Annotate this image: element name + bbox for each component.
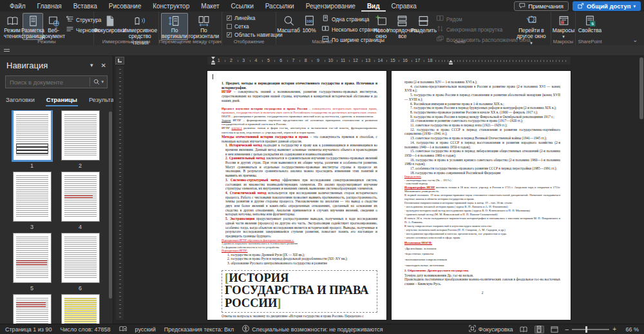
doc-paragraph: 4. Статистический метод используется при… xyxy=(225,191,377,217)
doc-paragraph: 2. Сравнительный метод заключается в сра… xyxy=(225,156,377,178)
ribbon-view-tab-content: Режим чтения Разметка страницы Веб-докум… xyxy=(0,12,644,45)
zoom-in-button[interactable]: + xyxy=(612,326,616,333)
navigation-tab[interactable]: Заголовки xyxy=(5,95,35,106)
ribbon-tab[interactable]: Главная xyxy=(32,0,68,12)
accessibility-indicator[interactable]: Специальные возможности: не поддерживают… xyxy=(242,325,383,333)
zoom-slider[interactable] xyxy=(572,329,609,330)
share-button[interactable]: Общий доступ ▾ xyxy=(573,1,641,11)
navigation-scrollbar[interactable] xyxy=(109,112,112,299)
print-layout-button[interactable]: Разметка страницы xyxy=(23,13,43,40)
focus-mode-button[interactable]: Фокусировка xyxy=(469,325,513,333)
document-scrollbar[interactable] xyxy=(639,57,643,119)
ribbon-tab[interactable]: Вставка xyxy=(68,0,103,12)
vertical-ruler[interactable] xyxy=(116,66,124,320)
thumbnail-page-number: 5 xyxy=(30,285,33,291)
page-thumbnail[interactable] xyxy=(13,172,52,222)
page-thumbnail[interactable] xyxy=(13,233,52,283)
zoom-button[interactable]: Масштаб xyxy=(278,13,299,34)
synchronous-scrolling-button: Синхронная прокрутка xyxy=(437,25,509,34)
web-layout-view-button[interactable] xyxy=(550,326,560,333)
ruler-number: 3 xyxy=(238,57,250,64)
ribbon-tab[interactable]: Макет xyxy=(195,0,225,12)
vertical-scrolling-button[interactable]: По вертикали xyxy=(161,13,188,40)
web-layout-icon xyxy=(48,14,60,27)
gridlines-checkbox[interactable]: Сетка xyxy=(227,23,283,30)
ruler-ticks xyxy=(435,60,567,62)
pane-options-chevron-icon[interactable]: ▾ xyxy=(86,62,97,68)
page-thumbnail[interactable] xyxy=(61,110,100,161)
split-button[interactable]: Разделить xyxy=(413,13,434,34)
document-page-2[interactable]: права (2-я половина XIV— 1-я половина XV… xyxy=(392,71,571,320)
macros-button[interactable]: Макросы▾ xyxy=(553,13,574,40)
comments-button[interactable]: Примечания xyxy=(514,1,569,11)
ruler-checkbox[interactable]: ✓ Линейка xyxy=(227,15,283,21)
arrange-all-icon xyxy=(396,14,408,27)
ribbon-tab[interactable]: Вид xyxy=(361,0,386,12)
page-thumbnail[interactable] xyxy=(61,233,100,283)
focus-button[interactable]: Фокусировка xyxy=(96,13,123,34)
page-thumbnail[interactable] xyxy=(13,110,52,161)
ruler-number: 2 xyxy=(225,57,237,64)
indent-marker-left[interactable] xyxy=(211,57,215,64)
doc-paragraph: 15. советское государство и право в пери… xyxy=(404,149,560,157)
doc-paragraph: 10. становление и развитие советского го… xyxy=(404,119,560,123)
collapse-ribbon-icon[interactable]: ⌄ xyxy=(632,37,638,43)
doc-paragraph: -берестяные грамоты xyxy=(404,252,560,256)
zoom-slider-thumb[interactable] xyxy=(585,326,587,333)
doc-paragraph: 7. государство и право России в период б… xyxy=(404,106,560,110)
search-input[interactable] xyxy=(6,79,90,86)
word-count[interactable]: Число слов: 47858 xyxy=(60,326,110,333)
doc-paragraph: 1. Исторический метод подходит к государ… xyxy=(225,143,377,156)
ruler-number: 10 xyxy=(325,57,337,64)
ruler-number: 14 xyxy=(374,57,386,64)
ribbon-tab[interactable]: Ссылки xyxy=(225,0,260,12)
page-thumbnail[interactable] xyxy=(61,172,100,222)
doc-paragraph: В начале 20 в. стали складываться маркси… xyxy=(404,217,560,224)
navigation-pane-checkbox[interactable]: ✓ Область навигации xyxy=(227,32,283,38)
properties-button[interactable]: S Свойства xyxy=(578,13,602,34)
read-mode-button[interactable]: Режим чтения xyxy=(2,13,23,40)
thumbnail-page-number: 4 xyxy=(79,224,82,230)
page-thumbnail[interactable] xyxy=(61,294,100,324)
print-layout-view-button[interactable] xyxy=(535,326,544,333)
one-page-icon xyxy=(322,15,329,23)
ribbon-tab[interactable]: Рецензирование xyxy=(300,0,361,12)
search-options-button[interactable]: ▾ xyxy=(90,79,107,86)
side-to-side-button[interactable]: По горизонтали xyxy=(188,13,220,40)
doc-paragraph: 11. советское государство и право в пери… xyxy=(404,123,560,128)
page-thumbnail[interactable] xyxy=(13,294,52,324)
read-mode-view-button[interactable] xyxy=(519,326,529,333)
ribbon-tab[interactable]: Рисование xyxy=(103,0,147,12)
zoom-percentage[interactable]: 66 % xyxy=(622,326,639,333)
doc-paragraph: -Древнейшие летописи xyxy=(404,247,560,251)
language-indicator[interactable]: русский xyxy=(135,326,156,333)
web-layout-button[interactable]: Веб-документ xyxy=(43,13,64,40)
doc-paragraph: Историография ИГПР возникла только в 18 … xyxy=(404,186,560,193)
ribbon-tab[interactable]: Конструктор xyxy=(147,0,195,12)
thumbnail-page-number: 6 xyxy=(79,285,82,291)
ruler-number: 13 xyxy=(362,57,374,64)
proofing-status-icon[interactable] xyxy=(119,326,127,333)
zoom-out-button[interactable]: – xyxy=(565,326,569,333)
thumbnail-cell: 3 xyxy=(8,172,56,230)
navigation-tab[interactable]: Страницы xyxy=(46,95,78,106)
zoom-100-button[interactable]: 100 100% xyxy=(299,13,319,34)
text-predictions-indicator[interactable]: Предсказания текста: Вкл xyxy=(164,326,234,333)
tab-stop-selector[interactable] xyxy=(115,57,124,64)
ruler-number: 17 xyxy=(412,57,424,64)
mini-toolbar-icon[interactable] xyxy=(4,48,10,53)
thumbnail-cell: 8 xyxy=(56,294,104,324)
new-window-icon xyxy=(375,14,388,27)
pane-close-icon[interactable]: ✕ xyxy=(97,62,108,69)
page-indicator[interactable]: Страница 1 из 90 xyxy=(5,326,52,333)
doc-paragraph: -законодательные источники. xyxy=(404,264,560,268)
indent-marker-right[interactable] xyxy=(449,59,453,64)
ribbon-tab[interactable]: Рассылки xyxy=(260,0,300,12)
arrange-all-button[interactable]: Упорядочить все xyxy=(392,13,413,40)
document-page-1[interactable]: 1. Предмет, методы и периодизация истори… xyxy=(207,71,386,320)
doc-paragraph: 3. образование Русского централизованног… xyxy=(222,261,377,266)
ruler-number: 5 xyxy=(262,57,274,64)
ribbon-group-show: ✓ Линейка Сетка ✓ Область навигации Отоб… xyxy=(222,12,276,45)
ribbon-tab[interactable]: Файл xyxy=(4,0,32,12)
ribbon-tab[interactable]: Справка xyxy=(386,0,422,12)
